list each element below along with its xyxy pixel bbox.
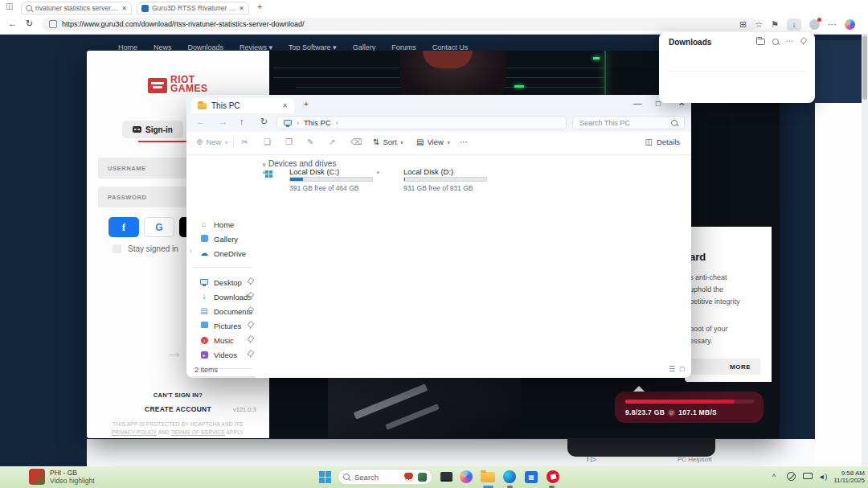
explorer-tab-close-icon[interactable]: ✕ [282,102,288,109]
sidebar-item-downloads[interactable]: ↓ Downloads [199,289,252,304]
google-login-button[interactable]: G [144,217,174,237]
tab-title: Guru3D RTSS Rivatuner Statistic... [152,4,235,12]
sidebar-item-gallery[interactable]: Gallery [199,232,238,246]
explorer-search-box[interactable]: Search This PC [572,116,685,129]
explorer-back-icon[interactable]: ← [196,117,205,126]
paste-icon[interactable]: ❐ [285,138,293,146]
browser-menu-icon[interactable]: ⋯ [828,20,837,29]
sidebar-item-music[interactable]: ♪ Music [199,333,234,347]
taskbar-search[interactable]: Search [338,469,432,485]
new-tab-button[interactable]: + [257,2,262,11]
facebook-login-button[interactable]: f [108,217,139,237]
back-icon[interactable]: ← [8,19,17,28]
submit-arrow-button[interactable]: → [166,342,183,363]
toolbar-more-icon[interactable]: ⋯ [460,138,468,146]
collections-icon[interactable]: ⚑ [771,20,779,29]
explorer-tab[interactable]: This PC ✕ [191,98,294,113]
sidebar-item-onedrive[interactable]: ☁ OneDrive [199,246,246,260]
expander-chevron[interactable]: › [190,248,191,254]
cut-icon[interactable]: ✂ [241,138,248,146]
list-view-toggle-icon[interactable]: ☰ [669,365,675,373]
card-line: s anti-cheat [690,273,727,281]
learn-more-label: MORE [730,363,751,371]
explorer-minimize-button[interactable]: — [633,99,641,108]
downloads-icon[interactable]: ↓ [787,18,801,31]
sidebar-item-this-pc[interactable]: This PC [199,376,241,378]
videos-icon: ▸ [199,351,209,359]
browser-tab-guru3d[interactable]: Guru3D RTSS Rivatuner Statistic... ✕ [137,2,249,14]
terms-of-service-link[interactable]: TERMS OF SERVICE [171,429,225,435]
edge-taskbar-icon[interactable] [502,469,518,485]
open-downloads-folder-icon[interactable] [756,39,765,45]
riot-taskbar-icon[interactable] [545,469,561,485]
page-scrollbar-thumb[interactable] [862,35,867,100]
sidebar-item-desktop[interactable]: Desktop [199,275,242,289]
tray-chevron-icon[interactable]: ^ [772,473,776,481]
explorer-address-bar[interactable]: › This PC › [276,116,567,129]
profile-alert-dot [817,18,821,22]
profile-avatar[interactable] [809,19,820,30]
page-footer-link[interactable]: PC Helpsoft [678,456,712,463]
downloads-more-icon[interactable]: ⋯ [786,38,793,45]
widget-thumbnail[interactable] [29,469,45,485]
riot-fist-logo [148,78,167,93]
details-button[interactable]: ◫Details [645,137,681,146]
tab-list-icon[interactable]: ◫ [6,2,13,10]
taskbar-widget[interactable]: PHI - GB Video highlight [50,469,95,485]
copy-icon[interactable]: ❏ [264,138,271,146]
network-offline-icon[interactable] [787,472,796,481]
card-line: boot of your [690,325,728,333]
delete-icon[interactable]: ⌫ [350,138,362,146]
legal-apply: APPLY. [227,429,245,435]
url-text[interactable]: https://www.guru3d.com/download/rtss-riv… [62,20,305,28]
tab-close-icon[interactable]: ✕ [239,5,244,12]
stay-signed-in-checkbox[interactable] [113,244,121,253]
breadcrumb[interactable]: This PC [304,118,331,127]
download-progress-fill [625,400,735,404]
drive-usage-bar [289,177,373,182]
search-downloads-icon[interactable] [772,39,779,45]
drive-usage-fill [290,178,303,181]
tab-sign-in[interactable]: Sign-in [122,121,183,138]
drive-tile-c[interactable]: Local Disk (C:) 391 GB free of 464 GB [265,167,378,196]
sidebar-label: Music [214,336,234,345]
downloads-folder-icon: ↓ [199,293,209,301]
sort-button[interactable]: ⇅Sort∨ [373,137,403,146]
explorer-up-icon[interactable]: ↑ [240,117,244,126]
share-icon[interactable]: ↗ [329,138,335,146]
explorer-new-tab-button[interactable]: + [304,100,309,109]
sidebar-item-documents[interactable]: ▤ Documents [199,304,252,318]
learn-more-button[interactable]: MORE [685,359,760,375]
browser-tab-search[interactable]: rivatuner statistics server downlo... ✕ [21,2,132,14]
privacy-policy-link[interactable]: PRIVACY POLICY [112,429,157,435]
favorites-icon[interactable]: ☆ [755,20,763,29]
address-bar[interactable]: https://www.guru3d.com/download/rtss-riv… [42,18,757,31]
explorer-refresh-icon[interactable]: ↻ [260,117,268,126]
view-button[interactable]: ▤View∨ [416,137,450,146]
copilot-icon[interactable] [845,19,855,30]
drive-tile-d[interactable]: Local Disk (D:) 931 GB free of 931 GB [379,167,492,196]
store-taskbar-icon[interactable]: ▦ [523,469,539,485]
tray-clock[interactable]: 9:58 AM 11/11/2025 [829,470,865,484]
icons-view-toggle-icon[interactable]: □ [680,365,684,373]
start-button[interactable] [319,471,331,483]
pin-downloads-icon[interactable] [800,38,807,45]
sidebar-item-pictures[interactable]: Pictures [199,318,241,333]
sidebar-item-home[interactable]: ⌂ Home [199,217,234,232]
new-button[interactable]: ⊕ New ∨ [196,137,228,146]
file-explorer-taskbar-icon[interactable] [480,469,496,485]
taskbar-app-icon[interactable] [438,469,454,485]
display-cast-icon[interactable] [803,473,813,479]
site-settings-icon[interactable] [49,20,57,28]
explorer-forward-icon[interactable]: → [219,117,227,126]
refresh-icon[interactable]: ↻ [26,19,33,28]
sidebar-item-videos[interactable]: ▸ Videos [199,347,237,362]
copilot-taskbar-icon[interactable] [458,469,474,485]
cant-sign-in-link[interactable]: CAN'T SIGN IN? [87,392,269,399]
volume-icon[interactable]: ◄) [818,473,827,481]
sort-label: Sort [383,137,396,146]
rename-icon[interactable]: ✎ [307,138,313,146]
split-screen-icon[interactable]: ⊞ [739,20,747,29]
tab-close-icon[interactable]: ✕ [121,5,127,12]
downloads-popup-title: Downloads [669,38,711,47]
